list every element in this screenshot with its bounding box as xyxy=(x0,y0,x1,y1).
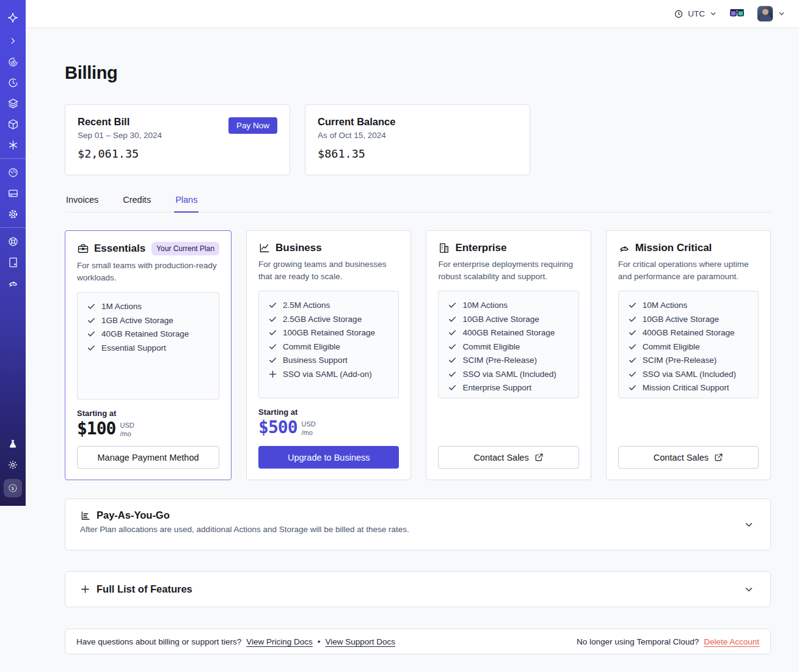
plan-feature-label: 1M Actions xyxy=(101,302,142,311)
sidebar-divider xyxy=(0,158,26,159)
plus-icon xyxy=(80,584,90,594)
check-icon xyxy=(628,301,637,310)
line-chart-icon xyxy=(258,242,271,254)
billing-active-item[interactable]: $ xyxy=(4,479,22,497)
plan-feature-label: Essential Support xyxy=(101,343,166,352)
plan-feature: 2.5M Actions xyxy=(268,301,389,310)
billing-tabs: Invoices Credits Plans xyxy=(65,190,771,213)
check-icon xyxy=(628,315,637,324)
delete-account-link[interactable]: Delete Account xyxy=(704,637,759,646)
current-balance-amount: $861.35 xyxy=(318,147,517,160)
deployments-icon[interactable] xyxy=(2,114,23,134)
page-title: Billing xyxy=(65,63,771,83)
plan-feature-box: 2.5M Actions2.5GB Active Storage100GB Re… xyxy=(258,291,399,398)
plan-feature-label: Enterprise Support xyxy=(462,383,531,392)
plan-feature: SCIM (Pre-Release) xyxy=(448,356,569,365)
nexus-rocket-icon[interactable] xyxy=(2,272,23,293)
rates-chart-icon xyxy=(80,510,91,521)
plan-feature-label: SSO via SAML (Add-on) xyxy=(283,370,372,379)
topbar: UTC xyxy=(26,0,799,28)
check-icon xyxy=(628,383,637,392)
docs-icon[interactable] xyxy=(2,252,23,272)
plan-name: Essentials xyxy=(94,243,145,255)
check-icon xyxy=(87,316,96,325)
contact-sales-button[interactable]: Contact Sales xyxy=(438,446,578,469)
payg-accordion[interactable]: Pay-As-You-Go After Plan allocations are… xyxy=(65,499,771,550)
price-currency: USD xyxy=(302,420,316,428)
tab-credits[interactable]: Credits xyxy=(122,190,152,212)
plan-feature: SSO via SAML (Included) xyxy=(448,370,569,379)
temporal-logo-icon[interactable] xyxy=(2,7,23,28)
support-icon[interactable] xyxy=(2,231,23,252)
check-icon xyxy=(628,342,637,351)
billing-icon[interactable] xyxy=(2,183,23,203)
settings-icon[interactable] xyxy=(2,203,23,224)
external-link-icon xyxy=(714,453,723,462)
avatar[interactable] xyxy=(757,5,773,22)
tab-invoices[interactable]: Invoices xyxy=(65,190,100,212)
plan-feature: SSO via SAML (Included) xyxy=(628,370,749,379)
plan-feature-label: 400GB Retained Storage xyxy=(462,328,555,337)
check-icon xyxy=(448,356,457,365)
plan-feature: 10GB Active Storage xyxy=(448,315,569,324)
check-icon xyxy=(268,328,277,337)
contact-sales-button[interactable]: Contact Sales xyxy=(618,446,759,469)
full-features-title: Full List of Features xyxy=(97,583,192,595)
chevron-down-icon xyxy=(709,10,717,18)
plan-feature: Commit Eligible xyxy=(268,342,389,351)
theme-sun-icon[interactable] xyxy=(2,455,23,475)
check-icon xyxy=(448,370,457,379)
plan-feature-label: Commit Eligible xyxy=(283,342,340,351)
plan-feature-label: Business Support xyxy=(283,356,348,365)
footer-bar: Have questions about billing or support … xyxy=(65,629,771,654)
plan-feature: Mission Critical Support xyxy=(628,383,749,392)
plan-name: Mission Critical xyxy=(635,242,712,254)
plan-description: For enterprise deployments requiring rob… xyxy=(438,258,578,283)
current-balance-asof: As of Oct 15, 2024 xyxy=(318,131,517,140)
check-icon xyxy=(268,356,277,365)
footer-question: Have questions about billing or support … xyxy=(76,637,241,646)
chevron-down-icon[interactable] xyxy=(743,584,754,595)
plan-feature: 400GB Retained Storage xyxy=(448,328,569,337)
nexus-icon[interactable] xyxy=(2,134,23,155)
check-icon xyxy=(87,343,96,352)
full-features-accordion[interactable]: Full List of Features xyxy=(65,571,771,607)
rocket-icon xyxy=(618,242,630,254)
feedback-glasses-icon[interactable] xyxy=(729,9,745,19)
plan-feature: 1M Actions xyxy=(87,302,210,311)
workflows-icon[interactable] xyxy=(2,93,23,114)
schedules-icon[interactable] xyxy=(2,72,23,93)
plan-description: For critical operations where uptime and… xyxy=(618,258,759,283)
clock-icon xyxy=(674,9,684,19)
check-icon xyxy=(448,301,457,310)
price-period: /mo xyxy=(302,429,313,436)
plan-feature-box: 10M Actions10GB Active Storage400GB Reta… xyxy=(438,291,578,398)
namespaces-icon[interactable] xyxy=(2,51,23,72)
price-label: Starting at xyxy=(258,407,399,417)
manage-payment-button[interactable]: Manage Payment Method xyxy=(77,446,219,469)
usage-icon[interactable] xyxy=(2,162,23,183)
plan-feature-label: 10GB Active Storage xyxy=(462,315,539,324)
expand-sidebar-icon[interactable] xyxy=(2,31,23,51)
check-icon xyxy=(87,329,96,338)
timezone-selector[interactable]: UTC xyxy=(674,9,717,19)
pay-now-button[interactable]: Pay Now xyxy=(228,117,277,134)
view-pricing-docs-link[interactable]: View Pricing Docs xyxy=(246,637,313,646)
footer-separator: • xyxy=(318,637,321,646)
external-link-icon xyxy=(534,453,544,462)
plan-feature: 10GB Active Storage xyxy=(628,315,749,324)
contact-sales-label: Contact Sales xyxy=(654,453,709,462)
upgrade-business-button[interactable]: Upgrade to Business xyxy=(258,446,399,469)
labs-flask-icon[interactable] xyxy=(2,434,23,455)
plan-feature-label: SSO via SAML (Included) xyxy=(643,370,736,379)
chevron-down-icon xyxy=(778,10,786,18)
check-icon xyxy=(448,383,457,392)
plan-feature: Essential Support xyxy=(87,343,210,352)
plan-feature: 1GB Active Storage xyxy=(87,316,210,325)
account-menu[interactable] xyxy=(757,5,786,22)
chevron-down-icon[interactable] xyxy=(743,519,754,530)
check-icon xyxy=(268,342,277,351)
tab-plans[interactable]: Plans xyxy=(174,190,199,213)
view-support-docs-link[interactable]: View Support Docs xyxy=(325,637,395,646)
price-currency: USD xyxy=(120,422,134,429)
